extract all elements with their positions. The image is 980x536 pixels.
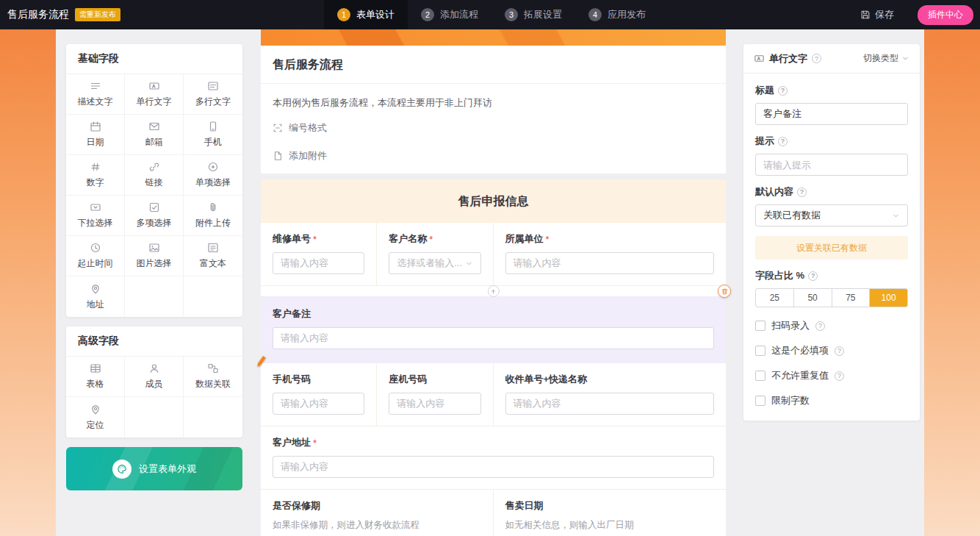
help-icon[interactable]: ? — [835, 371, 844, 381]
empty-cell — [184, 397, 242, 437]
required-mark: * — [429, 234, 433, 245]
set-data-link-button[interactable]: 设置关联已有数据 — [755, 236, 908, 260]
switch-type-button[interactable]: 切换类型 — [863, 52, 909, 65]
step-add-flow[interactable]: 2 添加流程 — [408, 0, 491, 29]
field-type-link[interactable]: 链接 — [125, 155, 184, 196]
scan-input-checkbox[interactable] — [755, 321, 765, 331]
field-type-location[interactable]: 定位 — [66, 397, 125, 437]
field-type-data-link[interactable]: 数据关联 — [184, 357, 242, 397]
landline-input[interactable]: 请输入内容 — [389, 393, 480, 415]
field-type-label: 手机 — [204, 136, 222, 149]
field-type-description[interactable]: 描述文字 — [66, 74, 125, 115]
form-section: 售后申报信息 维修单号* 请输入内容 客户名称* 选择或者输入... 所属单位*… — [261, 179, 726, 536]
customer-name-select[interactable]: 选择或者输入... — [389, 252, 480, 274]
hint-input[interactable] — [755, 154, 908, 176]
field-type-date[interactable]: 日期 — [66, 115, 125, 155]
step-form-design[interactable]: 1 表单设计 — [324, 0, 408, 29]
field-type-label: 链接 — [145, 176, 163, 189]
ratio-option-50[interactable]: 50 — [794, 289, 832, 307]
help-icon[interactable]: ? — [812, 54, 821, 63]
field-type-single-line-text[interactable]: 单行文字 — [125, 74, 184, 115]
form-field-sale-date[interactable]: 售卖日期 如无相关信息，则输入出厂日期 — [494, 490, 727, 536]
add-attachment-label: 添加附件 — [289, 149, 327, 162]
ratio-option-25[interactable]: 25 — [756, 289, 794, 307]
field-type-email[interactable]: 邮箱 — [125, 115, 184, 155]
form-field-mobile[interactable]: 手机号码 请输入内容 — [261, 363, 377, 426]
char-limit-checkbox[interactable] — [755, 396, 765, 406]
field-type-rich-text[interactable]: 富文本 — [184, 236, 242, 276]
form-cover-image[interactable] — [261, 29, 726, 46]
field-type-multi-line-text[interactable]: 多行文字 — [184, 74, 242, 115]
address-input[interactable]: 请输入内容 — [273, 456, 714, 478]
help-icon[interactable]: ? — [815, 321, 825, 331]
tracking-input[interactable]: 请输入内容 — [505, 393, 715, 415]
ratio-option-75[interactable]: 75 — [832, 289, 871, 307]
field-helper-text: 如果非保修期，则进入财务收款流程 — [273, 519, 481, 532]
field-label: 维修单号* — [273, 232, 364, 246]
field-type-dropdown[interactable]: 下拉选择 — [66, 196, 125, 236]
field-type-label: 邮箱 — [145, 136, 163, 149]
help-icon[interactable]: ? — [778, 137, 788, 146]
field-label: 手机号码 — [273, 373, 364, 386]
field-type-number[interactable]: 数字 — [66, 155, 125, 196]
step-extend-settings[interactable]: 3 拓展设置 — [491, 0, 575, 29]
field-properties-panel: 单行文字 ? 切换类型 标题? 提示? 默认内容? 关联已有数据 设置关联已有数… — [743, 44, 920, 421]
field-type-table[interactable]: 表格 — [66, 357, 125, 397]
form-field-repair-no[interactable]: 维修单号* 请输入内容 — [261, 223, 377, 286]
plugin-center-button[interactable]: 插件中心 — [918, 5, 973, 25]
insert-arrow-icon[interactable] — [488, 285, 500, 297]
help-icon[interactable]: ? — [835, 346, 844, 356]
field-type-mobile[interactable]: 手机 — [184, 115, 242, 155]
field-type-image-select[interactable]: 图片选择 — [125, 236, 184, 276]
default-content-value: 关联已有数据 — [763, 209, 821, 222]
required-mark: * — [546, 234, 550, 245]
repair-no-input[interactable]: 请输入内容 — [273, 252, 364, 274]
field-type-single-choice[interactable]: 单项选择 — [184, 155, 242, 196]
save-button[interactable]: 保存 — [860, 8, 894, 21]
step-app-publish[interactable]: 4 应用发布 — [575, 0, 659, 29]
numbering-format-row[interactable]: 编号格式 — [261, 114, 726, 142]
help-icon[interactable]: ? — [797, 187, 807, 197]
chevron-down-icon — [465, 260, 473, 268]
field-row: 是否保修期 如果非保修期，则进入财务收款流程 售卖日期 如无相关信息，则输入出厂… — [261, 490, 726, 536]
customer-note-input[interactable]: 请输入内容 — [273, 327, 714, 349]
company-input[interactable]: 请输入内容 — [505, 252, 715, 274]
form-field-landline[interactable]: 座机号码 请输入内容 — [377, 363, 493, 426]
default-content-label: 默认内容? — [755, 185, 908, 199]
help-icon[interactable]: ? — [808, 271, 818, 281]
add-attachment-row[interactable]: 添加附件 — [261, 142, 726, 174]
title-input[interactable] — [755, 103, 908, 125]
mobile-input[interactable]: 请输入内容 — [273, 393, 364, 415]
field-ratio-label: 字段占比 %? — [755, 269, 908, 282]
default-content-select[interactable]: 关联已有数据 — [755, 204, 908, 226]
form-field-warranty[interactable]: 是否保修期 如果非保修期，则进入财务收款流程 — [261, 490, 494, 536]
field-type-member[interactable]: 成员 — [125, 357, 184, 397]
form-appearance-label: 设置表单外观 — [139, 462, 196, 476]
form-field-tracking[interactable]: 收件单号+快递名称 请输入内容 — [494, 363, 727, 426]
help-icon[interactable]: ? — [778, 86, 788, 96]
form-title[interactable]: 售后服务流程 — [261, 46, 726, 84]
form-appearance-button[interactable]: 设置表单外观 — [66, 447, 242, 490]
field-type-multi-choice[interactable]: 多项选择 — [125, 196, 184, 236]
form-field-address[interactable]: 客户地址* 请输入内容 — [261, 426, 726, 490]
form-field-company[interactable]: 所属单位* 请输入内容 — [494, 223, 727, 286]
field-type-label: 单项选择 — [195, 176, 231, 189]
basic-fields-title: 基础字段 — [66, 44, 242, 74]
hint-label: 提示? — [755, 135, 908, 148]
required-checkbox[interactable] — [755, 346, 765, 356]
ratio-option-100[interactable]: 100 — [870, 289, 907, 307]
insert-indicator-band — [261, 286, 726, 296]
field-type-label: 表格 — [87, 378, 104, 390]
selected-field-customer-note[interactable]: 客户备注 请输入内容 — [261, 296, 726, 363]
no-duplicate-checkbox[interactable] — [755, 371, 765, 381]
field-type-address[interactable]: 地址 — [66, 276, 125, 317]
delete-field-button[interactable] — [718, 285, 731, 298]
form-field-customer-name[interactable]: 客户名称* 选择或者输入... — [377, 223, 493, 286]
form-description[interactable]: 本用例为售后服务流程，本流程主要用于非上门拜访 — [261, 84, 726, 114]
field-type-label: 描述文字 — [78, 96, 113, 108]
field-type-attachment[interactable]: 附件上传 — [184, 196, 242, 236]
clock-icon — [90, 242, 101, 254]
field-type-time-range[interactable]: 起止时间 — [66, 236, 125, 276]
field-label: 售卖日期 — [505, 499, 715, 512]
section-title[interactable]: 售后申报信息 — [261, 179, 726, 223]
